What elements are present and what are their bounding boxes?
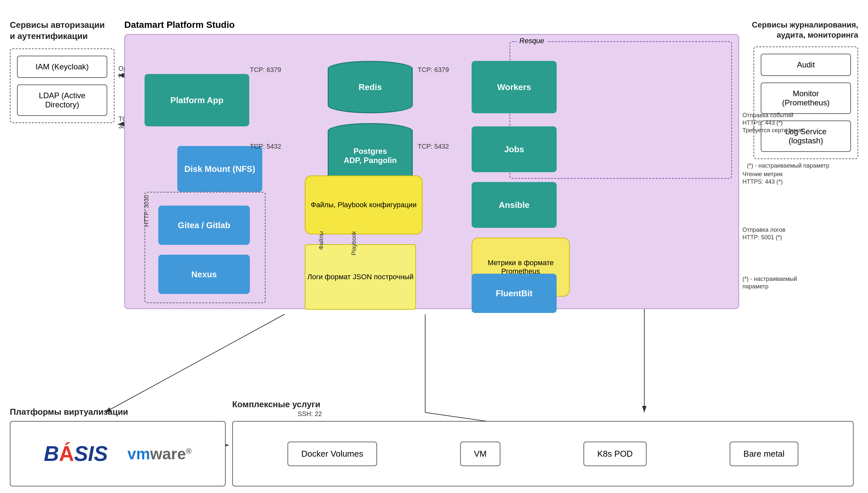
audit-proto: Отправка событий HTTPS: 443 (*) Требуетс… xyxy=(743,111,804,134)
bare-metal-item: Bare metal xyxy=(730,442,798,466)
tcp5432-2: TCP: 5432 xyxy=(418,143,449,150)
redis-box: Redis xyxy=(328,61,413,113)
tcp6379-2: TCP: 6379 xyxy=(418,66,449,74)
note-label: (*) - настраиваемый параметр xyxy=(747,163,858,169)
audit-box: Audit xyxy=(761,54,851,76)
vm-item: VM xyxy=(460,442,500,466)
complex-section: Комплексные услуги SSH: 22 Docker Volume… xyxy=(232,399,853,487)
log-proto: Отправка логов HTTP: 5001 (*) xyxy=(743,226,785,241)
files-label: Файлы xyxy=(318,231,325,250)
docker-volumes-item: Docker Volumes xyxy=(288,442,377,466)
tcp5432-1: TCP: 5432 xyxy=(250,143,281,150)
k8s-item: K8s POD xyxy=(584,442,646,466)
virtualization-box: BÁSIS vmware® xyxy=(10,421,226,487)
platform-app-box: Platform App xyxy=(144,74,249,126)
gitea-dashed-box: Gitea / Gitlab Nexus xyxy=(144,192,266,303)
studio-section: Datamart Platform Studio Resque Platform… xyxy=(124,20,739,309)
auth-section-label: Сервисы авторизации и аутентификации xyxy=(10,20,121,42)
ansible-box: Ansible xyxy=(472,182,557,228)
logs-box: Логи формат JSON построчный xyxy=(305,244,416,310)
resque-label: Resque xyxy=(517,37,547,45)
complex-box: Docker Volumes VM K8s POD Bare metal xyxy=(232,421,853,487)
studio-outer: Resque Platform App Redis Postgres ADP, … xyxy=(124,34,739,309)
studio-label: Datamart Platform Studio xyxy=(124,20,739,30)
auth-dashed-box: IAM (Keycloak) LDAP (Active Directory) xyxy=(10,48,114,123)
complex-label: Комплексные услуги xyxy=(232,399,853,409)
files-playbook-box: Файлы, Playbook конфигурации xyxy=(305,175,422,234)
logging-dashed-box: Audit Monitor (Prometheus) Log Service (… xyxy=(754,46,858,159)
monitor-box: Monitor (Prometheus) xyxy=(761,83,851,114)
auth-section: Сервисы авторизации и аутентификации IAM… xyxy=(10,20,121,123)
iam-box: IAM (Keycloak) xyxy=(17,56,107,78)
virtualization-label: Платформы виртуализации xyxy=(10,407,226,417)
ldap-box: LDAP (Active Directory) xyxy=(17,84,107,116)
logging-section: Сервисы журналирования, аудита, монитори… xyxy=(747,20,858,169)
jobs-box: Jobs xyxy=(472,126,557,172)
http3030-label: HTTP: 3030 xyxy=(143,195,150,227)
disk-mount-box: Disk Mount (NFS) xyxy=(177,146,262,192)
workers-box: Workers xyxy=(472,61,557,113)
basis-logo: BÁSIS xyxy=(44,442,108,466)
gitea-box: Gitea / Gitlab xyxy=(158,206,250,245)
playbook-label: Playbook xyxy=(350,231,358,255)
diagram-container: Сервисы авторизации и аутентификации IAM… xyxy=(0,0,868,493)
vmware-logo: vmware® xyxy=(128,445,192,463)
logging-section-label: Сервисы журналирования, аудита, монитори… xyxy=(747,20,858,40)
ssh-label: SSH: 22 xyxy=(298,410,868,418)
note-label: (*) - настраиваемый параметр xyxy=(743,275,797,290)
tcp6379-1: TCP: 6379 xyxy=(250,66,281,74)
svg-line-20 xyxy=(105,314,284,412)
monitor-proto: Чтение метрик HTTPS: 443 (*) xyxy=(743,170,783,185)
fluentbit-box: FluentBit xyxy=(472,274,557,313)
virtualization-section: Платформы виртуализации BÁSIS vmware® xyxy=(10,407,226,487)
nexus-box: Nexus xyxy=(158,255,250,294)
